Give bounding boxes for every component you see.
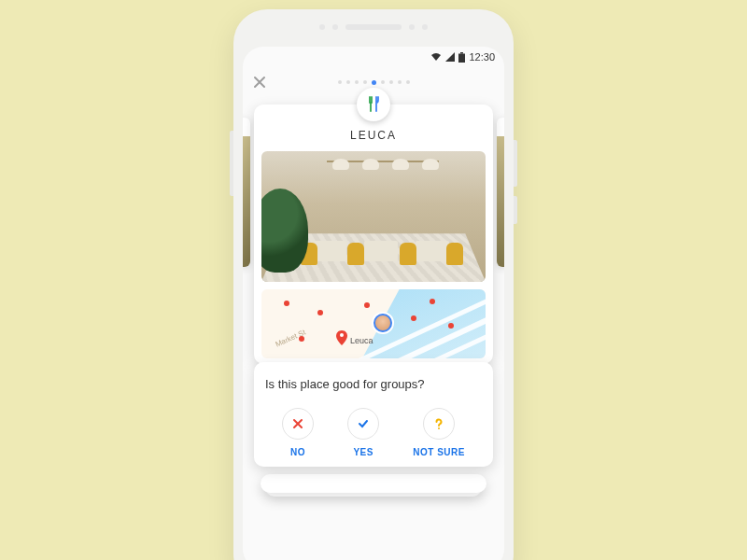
status-bar: 12:30 xyxy=(243,47,504,67)
card-stack-layer xyxy=(261,474,486,493)
wifi-icon xyxy=(430,52,442,62)
card-peek-next[interactable] xyxy=(497,118,504,267)
place-hero-photo[interactable] xyxy=(261,151,486,282)
status-time: 12:30 xyxy=(469,51,495,63)
battery-icon xyxy=(458,52,465,63)
answer-not-sure-label: NOT SURE xyxy=(413,447,465,457)
svg-rect-1 xyxy=(458,53,465,63)
phone-side-button-right-1 xyxy=(514,140,517,187)
place-mini-map[interactable]: Market St Leuca xyxy=(261,289,486,358)
x-icon xyxy=(291,417,304,430)
svg-point-2 xyxy=(340,333,344,337)
user-location-pin xyxy=(374,314,392,332)
close-button[interactable] xyxy=(248,71,271,93)
svg-rect-0 xyxy=(460,52,463,54)
category-badge xyxy=(357,88,390,121)
place-card: LEUCA Market St xyxy=(254,105,493,364)
answer-no-button[interactable]: NO xyxy=(282,408,314,457)
answer-yes-button[interactable]: YES xyxy=(347,408,379,457)
phone-side-button-left xyxy=(230,131,233,196)
answer-not-sure-button[interactable]: NOT SURE xyxy=(413,408,465,457)
screen: 12:30 xyxy=(243,47,504,560)
check-icon xyxy=(357,417,370,430)
answer-no-label: NO xyxy=(290,447,305,457)
fork-knife-icon xyxy=(366,96,381,113)
phone-hardware-speaker xyxy=(233,24,514,30)
card-peek-prev[interactable] xyxy=(243,118,250,267)
question-card: Is this place good for groups? NO YES xyxy=(254,362,493,467)
phone-frame: 12:30 xyxy=(233,9,514,560)
question-text: Is this place good for groups? xyxy=(265,377,482,391)
answer-yes-label: YES xyxy=(353,447,374,457)
phone-side-button-right-2 xyxy=(514,196,517,224)
map-place-label: Leuca xyxy=(350,336,374,345)
place-marker-icon xyxy=(336,330,347,345)
progress-indicator xyxy=(243,80,504,85)
svg-point-3 xyxy=(438,427,440,429)
cell-signal-icon xyxy=(445,52,455,62)
place-title: LEUCA xyxy=(254,129,493,142)
question-mark-icon xyxy=(432,417,445,430)
